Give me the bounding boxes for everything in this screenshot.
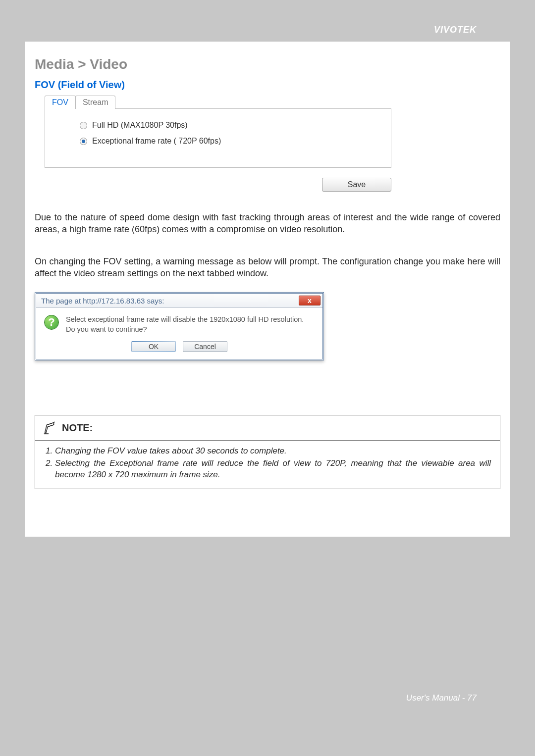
close-icon[interactable]: x (299, 296, 321, 305)
radio-icon (80, 138, 87, 145)
note-item-2: Selecting the Exceptional frame rate wil… (55, 458, 491, 481)
dialog-buttons: OK Cancel (36, 341, 322, 359)
radio-exceptional[interactable]: Exceptional frame rate ( 720P 60fps) (80, 137, 381, 146)
footer-band: User's Manual - 77 (0, 537, 535, 725)
note-list: Changing the FOV value takes about 30 se… (44, 446, 491, 481)
radio-icon (80, 122, 87, 129)
cancel-button[interactable]: Cancel (183, 341, 227, 352)
confirm-dialog: The page at http://172.16.83.63 says: x … (35, 292, 324, 360)
note-header: NOTE: (35, 415, 500, 441)
save-row: Save (35, 178, 391, 192)
radio-fullhd[interactable]: Full HD (MAX1080P 30fps) (80, 121, 381, 130)
ok-button[interactable]: OK (131, 341, 176, 352)
tab-stream[interactable]: Stream (75, 96, 116, 109)
paragraph-2: On changing the FOV setting, a warning m… (35, 255, 500, 280)
dialog-titlebar: The page at http://172.16.83.63 says: x (36, 294, 322, 308)
page-wrapper: VIVOTEK Media > Video FOV (Field of View… (0, 0, 535, 756)
svg-line-1 (47, 423, 53, 425)
tab-body: Full HD (MAX1080P 30fps) Exceptional fra… (45, 108, 391, 168)
pencil-icon (42, 420, 57, 435)
dialog-title: The page at http://172.16.83.63 says: (41, 297, 164, 305)
dialog-message: Select exceptional frame rate will disab… (66, 315, 315, 334)
tabs-row: FOV Stream (45, 96, 391, 109)
note-item-1: Changing the FOV value takes about 30 se… (55, 446, 491, 457)
footer-text: User's Manual - 77 (406, 693, 477, 703)
dialog-content: ? Select exceptional frame rate will dis… (36, 308, 322, 341)
note-body: Changing the FOV value takes about 30 se… (35, 441, 500, 489)
question-icon: ? (44, 315, 59, 330)
brand-label: VIVOTEK (434, 25, 477, 35)
content-area: Media > Video FOV (Field of View) FOV St… (25, 42, 510, 537)
tab-fov[interactable]: FOV (45, 96, 76, 109)
section-heading: FOV (Field of View) (35, 79, 500, 91)
breadcrumb: Media > Video (35, 56, 500, 72)
save-button[interactable]: Save (322, 178, 391, 192)
fov-tabs-panel: FOV Stream Full HD (MAX1080P 30fps) Exce… (45, 96, 391, 168)
note-title: NOTE: (62, 422, 93, 434)
header-band: VIVOTEK (0, 0, 535, 42)
radio-fullhd-label: Full HD (MAX1080P 30fps) (92, 121, 188, 130)
paragraph-1: Due to the nature of speed dome design w… (35, 211, 500, 236)
radio-exceptional-label: Exceptional frame rate ( 720P 60fps) (92, 137, 221, 146)
note-box: NOTE: Changing the FOV value takes about… (35, 415, 500, 489)
svg-line-2 (48, 425, 54, 427)
tab-spacer (115, 108, 391, 109)
